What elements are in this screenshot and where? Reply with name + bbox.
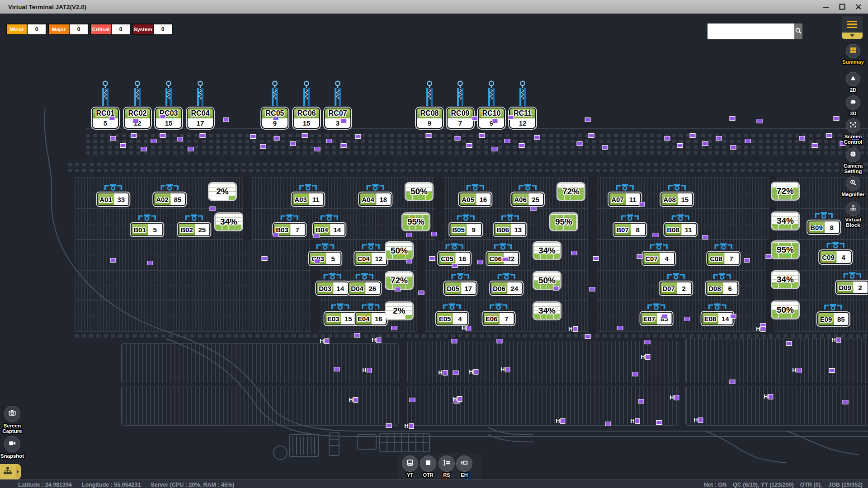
vehicle-marker[interactable]: [703, 141, 708, 146]
vehicle-marker[interactable]: [250, 134, 256, 139]
yard-block-badge[interactable]: A0311: [292, 192, 324, 206]
vehicle-marker[interactable]: [355, 134, 361, 139]
yard-block-badge[interactable]: D0426: [348, 282, 381, 295]
vehicle-marker[interactable]: [745, 139, 751, 143]
yard-block-badge[interactable]: A0285: [153, 192, 186, 206]
vehicle-marker[interactable]: [160, 114, 166, 119]
vehicle-marker[interactable]: [730, 116, 736, 121]
truck-trailer-marker[interactable]: H: [756, 326, 765, 332]
occupancy-badge[interactable]: 95%: [772, 241, 799, 258]
occupancy-badge[interactable]: 95%: [402, 213, 429, 230]
vehicle-marker[interactable]: [406, 259, 412, 263]
vehicle-marker[interactable]: [334, 367, 340, 371]
vehicle-marker[interactable]: [452, 339, 458, 343]
vehicle-marker[interactable]: [160, 133, 166, 138]
vehicle-marker[interactable]: [467, 143, 472, 148]
truck-trailer-marker[interactable]: H: [372, 338, 381, 343]
side-tool-button[interactable]: [846, 176, 860, 191]
vehicle-marker[interactable]: [731, 314, 736, 319]
truck-trailer-marker[interactable]: H: [404, 423, 414, 429]
vehicle-marker[interactable]: [341, 143, 347, 148]
left-tool-button[interactable]: [4, 406, 20, 422]
vehicle-marker[interactable]: [677, 143, 683, 148]
vehicle-marker[interactable]: [431, 232, 437, 236]
yard-block-badge[interactable]: A0133: [97, 192, 129, 206]
vehicle-marker[interactable]: [426, 133, 432, 138]
vehicle-marker[interactable]: [477, 260, 483, 264]
vehicle-marker[interactable]: [302, 133, 308, 138]
vehicle-marker[interactable]: [274, 136, 280, 141]
quay-crane-badge[interactable]: RC097: [447, 108, 474, 129]
vehicle-marker[interactable]: [472, 116, 478, 121]
vehicle-marker[interactable]: [273, 233, 279, 237]
alarm-badge-major[interactable]: Major0: [48, 23, 89, 35]
quay-crane-badge[interactable]: RC0315: [155, 108, 182, 129]
truck-trailer-marker[interactable]: H: [320, 338, 329, 344]
occupancy-badge[interactable]: 34%: [772, 271, 799, 288]
yard-block-badge[interactable]: C0412: [354, 252, 387, 265]
vehicle-marker[interactable]: [589, 133, 594, 138]
quay-crane-badge[interactable]: RC0615: [293, 108, 320, 129]
alarm-badge-minor[interactable]: Minor0: [6, 23, 47, 35]
vehicle-marker[interactable]: [766, 254, 772, 259]
yard-block-badge[interactable]: D0624: [490, 282, 523, 295]
vehicle-marker[interactable]: [744, 258, 750, 263]
truck-trailer-marker[interactable]: H: [453, 396, 462, 402]
occupancy-badge[interactable]: 50%: [406, 183, 433, 200]
yard-block-badge[interactable]: E0416: [355, 312, 387, 325]
vehicle-marker[interactable]: [392, 326, 397, 330]
vehicle-marker[interactable]: [419, 291, 425, 295]
minimize-button[interactable]: [821, 2, 831, 12]
vehicle-marker[interactable]: [200, 133, 206, 138]
vehicle-marker[interactable]: [223, 117, 229, 122]
side-tool-button[interactable]: [846, 148, 860, 162]
vehicle-marker[interactable]: [637, 254, 643, 259]
side-tool-button[interactable]: [846, 72, 860, 86]
equipment-filter-button[interactable]: [456, 455, 472, 472]
vehicle-marker[interactable]: [826, 133, 832, 138]
left-tool-button[interactable]: [4, 436, 20, 452]
vehicle-marker[interactable]: [703, 235, 708, 239]
vehicle-marker[interactable]: [605, 422, 611, 426]
vehicle-marker[interactable]: [141, 147, 147, 151]
vehicle-marker[interactable]: [315, 147, 321, 151]
truck-trailer-marker[interactable]: H: [670, 395, 679, 400]
truck-trailer-marker[interactable]: H: [641, 354, 650, 360]
occupancy-badge[interactable]: 72%: [557, 183, 585, 200]
equipment-filter-button[interactable]: [439, 455, 455, 472]
quay-crane-badge[interactable]: RC0417: [187, 108, 214, 129]
yard-block-badge[interactable]: C094: [819, 250, 852, 264]
vehicle-marker[interactable]: [593, 256, 599, 261]
vehicle-marker[interactable]: [497, 339, 503, 343]
vehicle-marker[interactable]: [110, 258, 116, 263]
yard-block-badge[interactable]: C074: [642, 252, 675, 265]
vehicle-marker[interactable]: [508, 115, 514, 120]
yard-block-badge[interactable]: A0418: [359, 192, 392, 206]
vehicle-marker[interactable]: [662, 314, 668, 319]
yard-block-badge[interactable]: B0811: [664, 223, 697, 236]
yard-block-badge[interactable]: B059: [449, 223, 482, 236]
vehicle-marker[interactable]: [786, 341, 792, 346]
side-tool-button[interactable]: [846, 95, 860, 110]
occupancy-badge[interactable]: 2%: [386, 302, 413, 319]
yard-block-badge[interactable]: D0314: [316, 282, 349, 295]
close-button[interactable]: [854, 2, 863, 12]
vehicle-marker[interactable]: [503, 257, 509, 262]
truck-trailer-marker[interactable]: H: [792, 368, 802, 373]
occupancy-badge[interactable]: 72%: [772, 183, 799, 200]
vehicle-marker[interactable]: [590, 287, 595, 291]
alarm-badge-system[interactable]: System0: [132, 23, 173, 35]
vehicle-marker[interactable]: [452, 263, 458, 268]
vehicle-marker[interactable]: [653, 233, 659, 237]
vehicle-marker[interactable]: [639, 202, 645, 206]
quay-crane-badge[interactable]: RC109: [478, 108, 505, 129]
occupancy-badge[interactable]: 34%: [215, 213, 242, 230]
vehicle-marker[interactable]: [519, 143, 525, 148]
vehicle-marker[interactable]: [829, 368, 835, 373]
truck-trailer-marker[interactable]: H: [693, 418, 703, 423]
vehicle-marker[interactable]: [262, 256, 268, 261]
search-button[interactable]: [794, 23, 802, 39]
vehicle-marker[interactable]: [406, 233, 412, 237]
vehicle-marker[interactable]: [531, 206, 537, 211]
vehicle-marker[interactable]: [656, 420, 662, 425]
